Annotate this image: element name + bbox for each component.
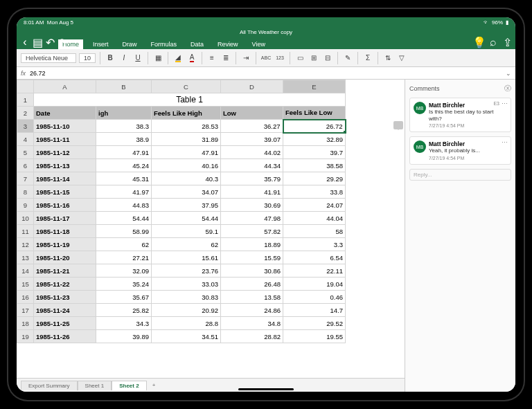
insert-button[interactable]: ⊞ — [308, 53, 319, 64]
cell[interactable]: 34.3 — [96, 317, 152, 330]
table-title[interactable]: Table 1 — [34, 93, 346, 107]
cell[interactable]: 34.07 — [152, 185, 221, 199]
cell[interactable]: 58.99 — [96, 225, 152, 238]
row-header[interactable]: 19 — [17, 330, 34, 343]
cell[interactable]: 24.07 — [283, 199, 346, 212]
expand-formula-icon[interactable]: ⌄ — [506, 70, 511, 77]
cell[interactable]: 1985-11-12 — [34, 146, 96, 159]
cell[interactable]: 1985-11-21 — [34, 264, 96, 278]
cell[interactable]: 32.89 — [283, 133, 346, 146]
cell[interactable]: 44.04 — [283, 212, 346, 225]
cell[interactable]: 1985-11-18 — [34, 225, 96, 238]
cell[interactable]: 24.86 — [221, 304, 283, 317]
cell[interactable]: 39.7 — [283, 146, 346, 159]
bold-button[interactable]: B — [105, 53, 116, 64]
cell[interactable]: 20.92 — [152, 304, 221, 317]
comment-item[interactable]: MBE3⋯Matt BirchlerIs this the best day t… — [409, 98, 511, 132]
cell[interactable]: 40.3 — [152, 172, 221, 185]
font-color-button[interactable]: A — [186, 53, 197, 64]
cell[interactable]: 29.52 — [283, 317, 346, 330]
sheet-tab[interactable]: Sheet 2 — [112, 381, 146, 390]
cell[interactable]: 3.3 — [283, 238, 346, 251]
cell[interactable]: 39.89 — [96, 330, 152, 343]
align-left-button[interactable]: ≡ — [206, 53, 218, 64]
col-header-D[interactable]: D — [221, 80, 283, 93]
number-format-123[interactable]: 123 — [274, 53, 285, 64]
lightbulb-icon[interactable]: 💡 — [475, 38, 484, 46]
align-center-button[interactable]: ≣ — [220, 53, 231, 64]
cell[interactable]: 26.72 — [283, 120, 346, 133]
cell[interactable]: 30.86 — [221, 264, 283, 278]
tab-formulas[interactable]: Formulas — [147, 39, 181, 49]
comment-menu-icon[interactable]: ⋯ — [502, 139, 508, 146]
close-comments-icon[interactable]: ⓧ — [504, 84, 511, 93]
comment-indicator-icon[interactable] — [393, 121, 403, 129]
row-header[interactable]: 5 — [17, 146, 34, 159]
row-header[interactable]: 11 — [17, 225, 34, 238]
cell[interactable]: 1985-11-13 — [34, 159, 96, 172]
row-header[interactable]: 4 — [17, 133, 34, 146]
row-header[interactable]: 13 — [17, 251, 34, 264]
cell[interactable]: 33.8 — [283, 185, 346, 199]
reply-input[interactable]: Reply... — [409, 169, 511, 181]
column-header[interactable]: Low — [221, 107, 283, 120]
cell[interactable]: 23.76 — [152, 264, 221, 278]
cell[interactable]: 19.55 — [283, 330, 346, 343]
cell[interactable]: 36.27 — [221, 120, 283, 133]
comment-menu-icon[interactable]: ⋯ — [502, 100, 508, 107]
cell[interactable]: 59.1 — [152, 225, 221, 238]
cell[interactable]: 54.44 — [96, 212, 152, 225]
cell[interactable]: 28.8 — [152, 317, 221, 330]
row-header[interactable]: 18 — [17, 317, 34, 330]
cell[interactable]: 28.82 — [221, 330, 283, 343]
italic-button[interactable]: I — [118, 53, 130, 64]
add-sheet-button[interactable]: + — [147, 381, 161, 390]
formula-input[interactable] — [30, 70, 502, 77]
undo-icon[interactable]: ↶ — [46, 38, 54, 46]
cell[interactable]: 33.03 — [152, 278, 221, 291]
cell[interactable]: 44.34 — [221, 159, 283, 172]
home-indicator[interactable] — [238, 388, 294, 390]
row-header[interactable]: 9 — [17, 199, 34, 212]
cell[interactable]: 57.82 — [221, 225, 283, 238]
cell-styles-button[interactable]: ▭ — [294, 53, 305, 64]
col-header-A[interactable]: A — [34, 80, 96, 93]
underline-button[interactable]: U — [132, 53, 143, 64]
cell[interactable]: 1985-11-20 — [34, 251, 96, 264]
cell[interactable]: 25.82 — [96, 304, 152, 317]
cell[interactable]: 1985-11-16 — [34, 199, 96, 212]
spreadsheet-grid[interactable]: ABCDE1Table 12DateighFeels Like HighLowF… — [17, 80, 405, 378]
sheet-tab[interactable]: Export Summary — [21, 381, 78, 390]
cell[interactable]: 31.89 — [152, 133, 221, 146]
cell[interactable]: 38.58 — [283, 159, 346, 172]
cell[interactable]: 47.98 — [221, 212, 283, 225]
cell[interactable]: 29.29 — [283, 172, 346, 185]
cell[interactable]: 47.91 — [96, 146, 152, 159]
cell[interactable]: 1985-11-17 — [34, 212, 96, 225]
cell[interactable]: 18.89 — [221, 238, 283, 251]
cell[interactable]: 41.91 — [221, 185, 283, 199]
font-select[interactable]: Helvetica Neue — [21, 53, 76, 63]
row-header[interactable]: 15 — [17, 278, 34, 291]
share-icon[interactable]: ⇪ — [503, 38, 511, 46]
merge-button[interactable]: ⇥ — [240, 53, 251, 64]
cell[interactable]: 37.95 — [152, 199, 221, 212]
col-header-E[interactable]: E — [283, 80, 346, 93]
column-header[interactable]: Date — [34, 107, 96, 120]
sheet-tab[interactable]: Sheet 1 — [78, 381, 112, 390]
filter-button[interactable]: ▽ — [396, 53, 407, 64]
cell[interactable]: 47.91 — [152, 146, 221, 159]
cell[interactable]: 1985-11-22 — [34, 278, 96, 291]
cell[interactable]: 13.58 — [221, 291, 283, 304]
cell[interactable]: 1985-11-25 — [34, 317, 96, 330]
font-size[interactable]: 10 — [79, 53, 96, 63]
col-header-C[interactable]: C — [152, 80, 221, 93]
cell[interactable]: 30.83 — [152, 291, 221, 304]
row-header[interactable]: 6 — [17, 159, 34, 172]
cell[interactable]: 1985-11-26 — [34, 330, 96, 343]
cell[interactable]: 26.48 — [221, 278, 283, 291]
cell[interactable]: 28.53 — [152, 120, 221, 133]
row-header[interactable]: 3 — [17, 120, 34, 133]
tab-review[interactable]: Review — [213, 39, 242, 49]
tab-data[interactable]: Data — [186, 39, 208, 49]
